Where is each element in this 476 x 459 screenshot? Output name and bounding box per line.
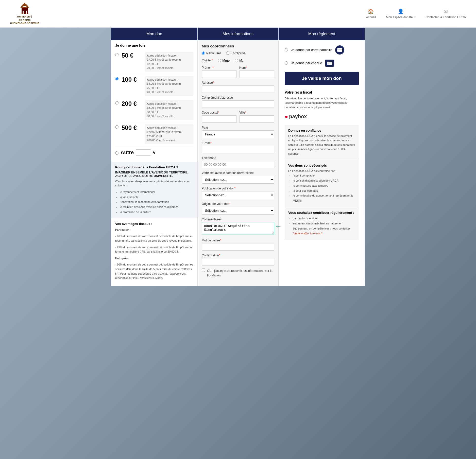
- civilite-radio-m[interactable]: [235, 59, 238, 62]
- checkbox-row: OUI, j'accepte de recevoir les informati…: [202, 269, 274, 278]
- amount-radio-autre[interactable]: [115, 151, 118, 155]
- tax-section: Vos avantages fiscaux : Particulier : - …: [111, 218, 197, 286]
- amount-row-100: 100 € Après déduction fiscale :34,00 € i…: [115, 74, 193, 98]
- svg-rect-1: [337, 49, 342, 50]
- nav-contacter[interactable]: ✉ Contacter la Fondation URCA: [426, 8, 466, 19]
- motdepasse-input[interactable]: [202, 243, 274, 251]
- adresse-group: Adresse*: [202, 81, 274, 93]
- adresse-label: Adresse*: [202, 81, 274, 84]
- codepostal-input[interactable]: [202, 115, 237, 123]
- confirmation-input[interactable]: [202, 258, 274, 266]
- tax-entreprise-title: Entreprise :: [115, 256, 193, 261]
- col-mon-don-header: Mon don: [111, 28, 197, 40]
- pays-group: Pays France Belgique Suisse Autre: [202, 126, 274, 138]
- amount-radio-200[interactable]: [115, 101, 118, 104]
- codepostal-label: Code postal*: [202, 111, 237, 114]
- publication-group: Publication de votre don* Sélectionnez..…: [202, 187, 274, 199]
- list-item: l'innovation, la recherche et la formati…: [120, 200, 193, 205]
- publication-label: Publication de votre don*: [202, 187, 274, 190]
- telephone-input[interactable]: [202, 161, 274, 168]
- amount-value-200: 200 €: [122, 100, 142, 107]
- type-radio-particulier[interactable]: [202, 51, 205, 55]
- complement-input[interactable]: [202, 100, 274, 108]
- tax-text3: - 60% du montant de votre don est déduct…: [115, 262, 193, 280]
- ville-input[interactable]: [239, 115, 274, 123]
- payment-label-cheque: Je donne par chèque: [291, 61, 322, 65]
- amount-row-500: 500 € Après déduction fiscale :170,00 € …: [115, 122, 193, 146]
- type-entreprise[interactable]: Entreprise: [226, 51, 246, 55]
- type-particulier[interactable]: Particulier: [202, 51, 221, 55]
- why-subtitle: IMAGINER ENSEMBLE L'AVENIR DU TERRITOIRE…: [115, 171, 193, 178]
- commentaires-textarea[interactable]: ODONTOLOGIE Acquisition Simulateurs: [202, 222, 274, 235]
- list-item: le conseil d'administration de l'URCA: [293, 178, 355, 183]
- publication-select[interactable]: Sélectionnez...: [202, 191, 274, 199]
- autre-input[interactable]: [136, 149, 151, 156]
- telephone-label: Téléphone: [202, 156, 274, 160]
- checkbox-label: OUI, j'accepte de recevoir les informati…: [207, 269, 274, 278]
- list-item: le rayonnement international: [120, 190, 193, 195]
- email-input[interactable]: [202, 146, 274, 153]
- type-group: Particulier Entreprise: [202, 51, 274, 55]
- secure-title: Vos dons sont sécurisés: [288, 164, 355, 167]
- col-mon-reglement: Mon règlement Je donne par carte bancair…: [279, 28, 365, 286]
- amount-row-50: 50 € Après déduction fiscale :17,00 € im…: [115, 50, 193, 74]
- why-section: Pourquoi donner à la Fondation URCA ? IM…: [111, 162, 197, 218]
- postal-ville-row: Code postal* Ville*: [202, 111, 274, 126]
- tax-particulier-title: Particulier :: [115, 228, 193, 232]
- pays-select[interactable]: France Belgique Suisse Autre: [202, 130, 274, 138]
- secure-section: Vos dons sont sécurisés La Fondation URC…: [285, 160, 359, 207]
- card-icon: [335, 45, 344, 55]
- commentaires-label: Commentaires: [202, 218, 274, 221]
- amount-value-500: 500 €: [122, 124, 142, 131]
- payment-cheque: Je donne par chèque: [285, 60, 359, 67]
- civilite-row: Civilité * Mme M.: [202, 59, 274, 62]
- payment-radio-carte[interactable]: [285, 48, 288, 51]
- col-mon-reglement-header: Mon règlement: [279, 28, 365, 40]
- validate-button[interactable]: Je valide mon don: [285, 72, 359, 85]
- prenom-input[interactable]: [202, 70, 237, 78]
- payment-label-carte: Je donne par carte bancaire: [291, 48, 332, 52]
- col-mes-informations: Mes informations Mes coordonnées Particu…: [197, 28, 279, 286]
- origine-select[interactable]: Sélectionnez...: [202, 207, 274, 215]
- trust-section: Donnez en confiance La Fondation URCA a …: [285, 125, 359, 160]
- contribute-title: Vous souhaitez contribuer régulièrement …: [288, 211, 355, 215]
- adresse-input[interactable]: [202, 85, 274, 93]
- contribute-list: par un don mensuel autrement via un mécé…: [288, 216, 355, 236]
- why-title: Pourquoi donner à la Fondation URCA ?: [115, 165, 193, 169]
- logo-text: UNIVERSITÉ DE REIMS CHAMPAGNE-ARDENNE: [10, 15, 39, 25]
- civilite-m[interactable]: M.: [235, 59, 243, 62]
- civilite-mme[interactable]: Mme: [218, 59, 230, 62]
- prenom-group: Prénom*: [202, 66, 237, 78]
- type-radio-entreprise[interactable]: [226, 51, 229, 55]
- commentaires-group: Commentaires ODONTOLOGIE Acquisition Sim…: [202, 218, 274, 236]
- foundation-email-link[interactable]: fondation@univ-reims.fr: [293, 232, 322, 235]
- coords-title: Mes coordonnées: [202, 44, 274, 48]
- euro-sign: €: [153, 150, 155, 155]
- lien-select[interactable]: Sélectionnez...: [202, 176, 274, 184]
- confirmation-group: Confirmation*: [202, 254, 274, 266]
- civilite-radio-mme[interactable]: [218, 59, 221, 62]
- why-text: C'est l'occasion d'exprimer votre généro…: [115, 179, 193, 188]
- payment-radio-cheque[interactable]: [285, 61, 288, 65]
- list-item: le maintien des liens avec les anciens d…: [120, 205, 193, 210]
- civilite-label: Civilité *: [202, 59, 213, 62]
- nav-espace-donateur[interactable]: 👤 Mon espace donateur: [386, 8, 415, 19]
- contribute-section: Vous souhaitez contribuer régulièrement …: [285, 207, 359, 240]
- amount-radio-500[interactable]: [115, 125, 118, 129]
- newsletter-checkbox[interactable]: [202, 269, 205, 272]
- amount-radio-100[interactable]: [115, 77, 118, 80]
- nom-input[interactable]: [239, 70, 274, 78]
- ville-label: Ville*: [239, 111, 274, 114]
- secure-list: l'agent comptable le conseil d'administr…: [288, 173, 355, 203]
- amount-radio-50[interactable]: [115, 53, 118, 56]
- list-item: autrement via un mécénat en nature, en é…: [293, 221, 355, 236]
- paybox-label: paybox: [289, 114, 307, 119]
- codepostal-group: Code postal*: [202, 111, 237, 123]
- origine-group: Origine de votre don* Sélectionnez...: [202, 202, 274, 215]
- nav-accueil[interactable]: 🏠 Accueil: [366, 8, 376, 19]
- list-item: l'agent comptable: [293, 173, 355, 178]
- autre-label: Autre: [121, 150, 134, 155]
- amount-details-100: Après déduction fiscale :34,00 € impôt s…: [145, 76, 193, 96]
- nom-group: Nom*: [239, 66, 274, 78]
- user-icon: 👤: [398, 8, 404, 14]
